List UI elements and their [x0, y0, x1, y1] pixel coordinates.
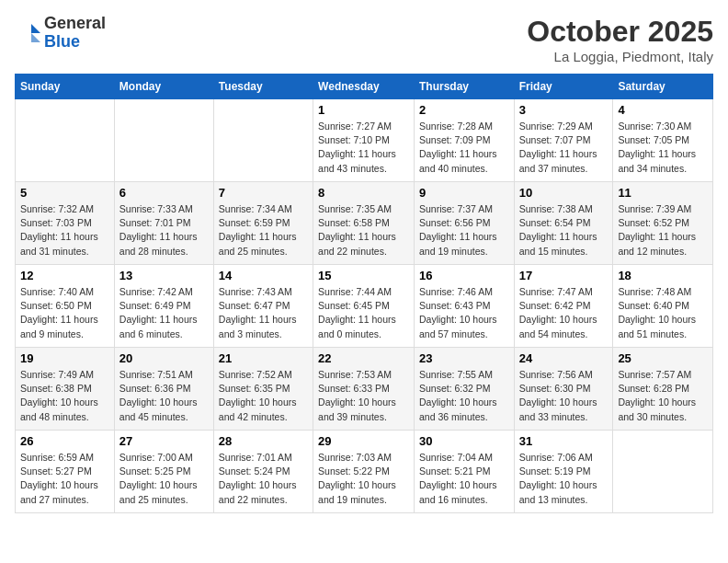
day-number: 30	[419, 434, 509, 448]
cell-info: Sunrise: 7:04 AMSunset: 5:21 PMDaylight:…	[419, 451, 509, 507]
day-number: 19	[20, 351, 109, 365]
header: General Blue October 2025 La Loggia, Pie…	[15, 15, 713, 64]
day-number: 5	[20, 186, 109, 200]
weekday-header: Sunday	[16, 75, 115, 99]
calendar-week-row: 19Sunrise: 7:49 AMSunset: 6:38 PMDayligh…	[16, 348, 713, 431]
calendar-cell: 6Sunrise: 7:33 AMSunset: 7:01 PMDaylight…	[114, 182, 213, 265]
calendar-cell: 11Sunrise: 7:39 AMSunset: 6:52 PMDayligh…	[613, 182, 713, 265]
weekday-header: Friday	[514, 75, 613, 99]
cell-info: Sunrise: 7:56 AMSunset: 6:30 PMDaylight:…	[519, 368, 609, 424]
calendar-cell: 29Sunrise: 7:03 AMSunset: 5:22 PMDayligh…	[313, 431, 415, 513]
weekday-header: Saturday	[613, 75, 713, 99]
cell-info: Sunrise: 7:47 AMSunset: 6:42 PMDaylight:…	[519, 285, 609, 341]
cell-info: Sunrise: 7:35 AMSunset: 6:58 PMDaylight:…	[318, 202, 409, 259]
weekday-header-row: SundayMondayTuesdayWednesdayThursdayFrid…	[16, 75, 713, 99]
calendar-cell: 14Sunrise: 7:43 AMSunset: 6:47 PMDayligh…	[213, 265, 313, 348]
cell-info: Sunrise: 7:03 AMSunset: 5:22 PMDaylight:…	[318, 451, 409, 507]
calendar-week-row: 26Sunrise: 6:59 AMSunset: 5:27 PMDayligh…	[16, 431, 713, 513]
cell-info: Sunrise: 7:01 AMSunset: 5:24 PMDaylight:…	[219, 451, 308, 507]
day-number: 6	[119, 186, 209, 200]
logo-icon	[15, 20, 40, 46]
cell-info: Sunrise: 7:53 AMSunset: 6:33 PMDaylight:…	[318, 368, 409, 424]
day-number: 20	[119, 351, 209, 365]
calendar-cell: 31Sunrise: 7:06 AMSunset: 5:19 PMDayligh…	[514, 431, 613, 513]
day-number: 11	[618, 186, 708, 200]
cell-info: Sunrise: 7:57 AMSunset: 6:28 PMDaylight:…	[618, 368, 708, 424]
logo-general: General	[44, 15, 106, 33]
title-block: October 2025 La Loggia, Piedmont, Italy	[527, 15, 713, 64]
cell-info: Sunrise: 7:49 AMSunset: 6:38 PMDaylight:…	[20, 368, 109, 424]
cell-info: Sunrise: 7:27 AMSunset: 7:10 PMDaylight:…	[318, 120, 409, 176]
cell-info: Sunrise: 7:38 AMSunset: 6:54 PMDaylight:…	[519, 202, 609, 259]
cell-info: Sunrise: 7:30 AMSunset: 7:05 PMDaylight:…	[618, 120, 708, 176]
day-number: 24	[519, 351, 609, 365]
day-number: 21	[219, 351, 308, 365]
cell-info: Sunrise: 7:40 AMSunset: 6:50 PMDaylight:…	[20, 285, 109, 341]
cell-info: Sunrise: 7:46 AMSunset: 6:43 PMDaylight:…	[419, 285, 509, 341]
cell-info: Sunrise: 7:43 AMSunset: 6:47 PMDaylight:…	[219, 285, 308, 341]
day-number: 18	[618, 269, 708, 282]
calendar-cell	[213, 99, 313, 182]
cell-info: Sunrise: 7:42 AMSunset: 6:49 PMDaylight:…	[119, 285, 209, 341]
calendar-cell: 26Sunrise: 6:59 AMSunset: 5:27 PMDayligh…	[16, 431, 115, 513]
cell-info: Sunrise: 7:28 AMSunset: 7:09 PMDaylight:…	[419, 120, 509, 176]
day-number: 22	[318, 351, 409, 365]
calendar-cell: 21Sunrise: 7:52 AMSunset: 6:35 PMDayligh…	[213, 348, 313, 431]
calendar-cell: 20Sunrise: 7:51 AMSunset: 6:36 PMDayligh…	[114, 348, 213, 431]
calendar-week-row: 1Sunrise: 7:27 AMSunset: 7:10 PMDaylight…	[16, 99, 713, 182]
cell-info: Sunrise: 7:55 AMSunset: 6:32 PMDaylight:…	[419, 368, 509, 424]
day-number: 1	[318, 103, 409, 117]
month-title: October 2025	[527, 15, 713, 49]
day-number: 17	[519, 269, 609, 282]
cell-info: Sunrise: 7:48 AMSunset: 6:40 PMDaylight:…	[618, 285, 708, 341]
day-number: 7	[219, 186, 308, 200]
calendar-week-row: 12Sunrise: 7:40 AMSunset: 6:50 PMDayligh…	[16, 265, 713, 348]
cell-info: Sunrise: 7:29 AMSunset: 7:07 PMDaylight:…	[519, 120, 609, 176]
calendar-cell: 12Sunrise: 7:40 AMSunset: 6:50 PMDayligh…	[16, 265, 115, 348]
calendar-cell	[16, 99, 115, 182]
calendar-cell: 3Sunrise: 7:29 AMSunset: 7:07 PMDaylight…	[514, 99, 613, 182]
calendar-week-row: 5Sunrise: 7:32 AMSunset: 7:03 PMDaylight…	[16, 182, 713, 265]
calendar-cell	[114, 99, 213, 182]
cell-info: Sunrise: 7:06 AMSunset: 5:19 PMDaylight:…	[519, 451, 609, 507]
calendar-cell: 18Sunrise: 7:48 AMSunset: 6:40 PMDayligh…	[613, 265, 713, 348]
day-number: 27	[119, 434, 209, 448]
logo: General Blue	[15, 15, 106, 52]
calendar-cell: 24Sunrise: 7:56 AMSunset: 6:30 PMDayligh…	[514, 348, 613, 431]
cell-info: Sunrise: 7:39 AMSunset: 6:52 PMDaylight:…	[618, 202, 708, 259]
cell-info: Sunrise: 7:34 AMSunset: 6:59 PMDaylight:…	[219, 202, 308, 259]
weekday-header: Thursday	[414, 75, 514, 99]
calendar-cell: 19Sunrise: 7:49 AMSunset: 6:38 PMDayligh…	[16, 348, 115, 431]
calendar-cell: 28Sunrise: 7:01 AMSunset: 5:24 PMDayligh…	[213, 431, 313, 513]
day-number: 28	[219, 434, 308, 448]
logo-text: General Blue	[44, 15, 106, 52]
day-number: 16	[419, 269, 509, 282]
calendar-cell: 25Sunrise: 7:57 AMSunset: 6:28 PMDayligh…	[613, 348, 713, 431]
calendar-cell: 16Sunrise: 7:46 AMSunset: 6:43 PMDayligh…	[414, 265, 514, 348]
cell-info: Sunrise: 7:37 AMSunset: 6:56 PMDaylight:…	[419, 202, 509, 259]
calendar-cell: 22Sunrise: 7:53 AMSunset: 6:33 PMDayligh…	[313, 348, 415, 431]
cell-info: Sunrise: 6:59 AMSunset: 5:27 PMDaylight:…	[20, 451, 109, 507]
weekday-header: Monday	[114, 75, 213, 99]
cell-info: Sunrise: 7:32 AMSunset: 7:03 PMDaylight:…	[20, 202, 109, 259]
day-number: 13	[119, 269, 209, 282]
day-number: 15	[318, 269, 409, 282]
day-number: 29	[318, 434, 409, 448]
day-number: 31	[519, 434, 609, 448]
cell-info: Sunrise: 7:00 AMSunset: 5:25 PMDaylight:…	[119, 451, 209, 507]
day-number: 26	[20, 434, 109, 448]
location: La Loggia, Piedmont, Italy	[527, 49, 713, 64]
calendar-cell: 23Sunrise: 7:55 AMSunset: 6:32 PMDayligh…	[414, 348, 514, 431]
calendar-cell: 9Sunrise: 7:37 AMSunset: 6:56 PMDaylight…	[414, 182, 514, 265]
calendar-cell: 5Sunrise: 7:32 AMSunset: 7:03 PMDaylight…	[16, 182, 115, 265]
day-number: 4	[618, 103, 708, 117]
cell-info: Sunrise: 7:33 AMSunset: 7:01 PMDaylight:…	[119, 202, 209, 259]
day-number: 2	[419, 103, 509, 117]
calendar-table: SundayMondayTuesdayWednesdayThursdayFrid…	[15, 74, 713, 513]
weekday-header: Tuesday	[213, 75, 313, 99]
calendar-cell: 7Sunrise: 7:34 AMSunset: 6:59 PMDaylight…	[213, 182, 313, 265]
calendar-cell: 30Sunrise: 7:04 AMSunset: 5:21 PMDayligh…	[414, 431, 514, 513]
calendar-cell: 10Sunrise: 7:38 AMSunset: 6:54 PMDayligh…	[514, 182, 613, 265]
calendar-cell: 27Sunrise: 7:00 AMSunset: 5:25 PMDayligh…	[114, 431, 213, 513]
calendar-cell	[613, 431, 713, 513]
